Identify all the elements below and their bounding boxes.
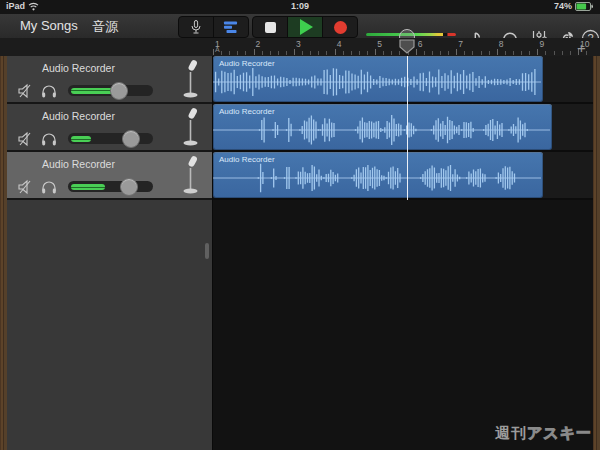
- track-header-panel: Audio Recorder Audio Recorder: [7, 56, 212, 450]
- audio-region[interactable]: Audio Recorder: [213, 104, 552, 150]
- track-lane: Audio Recorder: [213, 152, 593, 200]
- volume-meter-fill: [71, 136, 91, 142]
- ruler-bar: 6: [416, 38, 457, 56]
- view-toggle: [178, 16, 249, 38]
- waveform: [213, 154, 541, 196]
- mute-icon[interactable]: [17, 178, 35, 196]
- scrollbar-thumb[interactable]: [205, 243, 209, 259]
- track-name: Audio Recorder: [42, 110, 115, 122]
- timeline-ruler[interactable]: 12345678910: [0, 38, 600, 57]
- track-volume-slider[interactable]: [68, 181, 153, 192]
- playhead-line: [407, 56, 408, 200]
- timeline-area[interactable]: Audio Recorder Audio Recorder Audio Reco…: [213, 56, 593, 450]
- add-bars-button[interactable]: +: [577, 39, 586, 56]
- track-volume-slider[interactable]: [68, 85, 153, 96]
- battery-icon: [575, 2, 595, 11]
- tracks-view-button[interactable]: [214, 17, 248, 37]
- instruments-button[interactable]: 音源: [92, 18, 118, 36]
- ruler-bar: 7: [456, 38, 497, 56]
- track-mic-image: [178, 107, 202, 147]
- waveform: [213, 58, 541, 100]
- headphones-icon[interactable]: [40, 82, 58, 100]
- track-mic-image: [178, 59, 202, 99]
- headphones-icon[interactable]: [40, 178, 58, 196]
- battery-percent: 74%: [554, 1, 572, 11]
- play-icon: [300, 19, 313, 35]
- mute-icon[interactable]: [17, 130, 35, 148]
- track-volume-slider[interactable]: [68, 133, 153, 144]
- wood-edge-right: [593, 56, 600, 450]
- my-songs-button[interactable]: My Songs: [20, 18, 78, 33]
- stop-icon: [265, 22, 276, 33]
- ruler-bar: 3: [294, 38, 335, 56]
- status-bar: iPad 1:09 74%: [0, 0, 600, 14]
- transport-controls: [252, 16, 358, 38]
- audio-region[interactable]: Audio Recorder: [213, 56, 543, 102]
- track-header[interactable]: Audio Recorder: [7, 104, 212, 152]
- instrument-view-button[interactable]: [179, 17, 214, 37]
- mute-icon[interactable]: [17, 82, 35, 100]
- ruler-bar: 2: [254, 38, 295, 56]
- watermark-part1: 週刊: [495, 424, 527, 441]
- status-right: 74%: [554, 1, 595, 11]
- ruler-bar: 9: [537, 38, 578, 56]
- track-header[interactable]: Audio Recorder: [7, 56, 212, 104]
- microphone-icon: [188, 19, 204, 35]
- volume-knob[interactable]: [120, 178, 138, 196]
- watermark: 週刊アスキー: [495, 424, 592, 443]
- track-mic-image: [178, 155, 202, 195]
- watermark-part2: アスキー: [527, 424, 592, 441]
- track-name: Audio Recorder: [42, 62, 115, 74]
- track-lane: Audio Recorder: [213, 104, 593, 152]
- record-icon: [334, 21, 347, 34]
- audio-region[interactable]: Audio Recorder: [213, 152, 543, 198]
- section-marker: A: [215, 46, 220, 53]
- volume-knob[interactable]: [110, 82, 128, 100]
- panel-divider: [212, 56, 213, 450]
- headphones-icon[interactable]: [40, 130, 58, 148]
- track-header[interactable]: Audio Recorder: [7, 152, 212, 200]
- waveform: [213, 106, 550, 148]
- track-name: Audio Recorder: [42, 158, 115, 170]
- tracks-view-icon: [223, 19, 239, 35]
- ruler-bar: 8: [497, 38, 538, 56]
- battery-fill: [577, 3, 587, 9]
- wood-edge-left: [0, 56, 7, 450]
- record-button[interactable]: [323, 17, 357, 37]
- play-button[interactable]: [288, 17, 323, 37]
- toolbar: My Songs 音源: [0, 14, 600, 39]
- stop-button[interactable]: [253, 17, 288, 37]
- volume-meter-fill: [71, 184, 105, 190]
- track-lane: Audio Recorder: [213, 56, 593, 104]
- volume-knob[interactable]: [122, 130, 140, 148]
- playhead-marker[interactable]: [399, 39, 415, 54]
- clock: 1:09: [0, 1, 600, 11]
- ruler-bar: 4: [335, 38, 376, 56]
